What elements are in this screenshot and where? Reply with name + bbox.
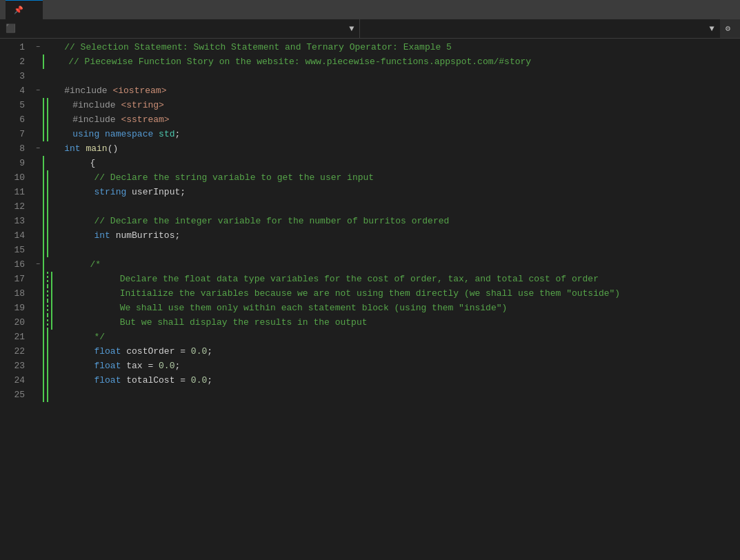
code-line: − #include <iostream> xyxy=(33,83,740,98)
code-token: string xyxy=(94,187,126,197)
code-line xyxy=(33,199,740,214)
code-token xyxy=(99,129,105,139)
code-line: − // Selection Statement: Switch Stateme… xyxy=(33,40,740,54)
line-number: 16 xyxy=(0,257,25,272)
code-token: Declare the float data type variables fo… xyxy=(120,274,599,284)
code-line: But we shall display the results in the … xyxy=(33,315,740,330)
code-token: // Declare the integer variable for the … xyxy=(94,216,449,226)
code-token: 0.0 xyxy=(191,346,207,357)
code-token: float xyxy=(94,375,121,386)
code-token xyxy=(153,129,159,139)
line-number: 20 xyxy=(0,315,25,330)
code-line: float tax = 0.0; xyxy=(33,359,740,373)
code-line: */ xyxy=(33,330,740,344)
line-number: 10 xyxy=(0,170,25,185)
code-token: 0.0 xyxy=(191,375,207,386)
code-line: We shall use them only within each state… xyxy=(33,301,740,315)
line-number: 9 xyxy=(0,156,25,170)
code-token: int xyxy=(94,230,110,241)
code-token: <sstream> xyxy=(121,114,169,125)
line-number: 4 xyxy=(0,83,25,98)
scope-nav[interactable]: ▼ xyxy=(360,19,719,38)
code-token: userInput; xyxy=(126,187,186,197)
tab-pin-icon: 📌 xyxy=(14,6,23,14)
code-token: costOrder = xyxy=(121,346,190,357)
code-line: string userInput; xyxy=(33,185,740,199)
code-token: tax = xyxy=(121,361,159,371)
code-token: // Selection Statement: Switch Statement… xyxy=(64,42,452,52)
code-line: Declare the float data type variables fo… xyxy=(33,272,740,286)
code-line: // Declare the string variable to get th… xyxy=(33,170,740,185)
line-number: 11 xyxy=(0,185,25,199)
code-token: 0.0 xyxy=(159,361,174,371)
code-line xyxy=(33,243,740,257)
code-token: <iostream> xyxy=(112,86,166,96)
editor-tab[interactable]: 📌 xyxy=(6,0,43,19)
code-line: Initialize the variables because we are … xyxy=(33,286,740,301)
collapse-button[interactable]: − xyxy=(33,43,43,52)
code-token: totalCost = xyxy=(121,375,190,386)
code-token: Initialize the variables because we are … xyxy=(120,288,621,299)
line-number: 18 xyxy=(0,286,25,301)
code-line: using namespace std; xyxy=(33,127,740,141)
code-token: int xyxy=(64,143,80,154)
nav-right-icons: ⚙ xyxy=(720,23,740,34)
title-bar: 📌 xyxy=(0,0,740,19)
code-token: () xyxy=(108,143,119,154)
code-line: int numBurritos; xyxy=(33,228,740,243)
code-token: float xyxy=(94,361,121,371)
file-nav-dropdown[interactable]: ▼ xyxy=(349,24,354,34)
code-token: { xyxy=(68,158,95,168)
line-numbers: 1234567891011121314151617181920212223242… xyxy=(0,39,33,560)
line-number: 13 xyxy=(0,214,25,228)
code-token: ; xyxy=(207,346,212,357)
scope-nav-dropdown[interactable]: ▼ xyxy=(710,24,714,34)
line-number: 7 xyxy=(0,127,25,141)
code-line: // Piecewise Function Story on the websi… xyxy=(33,54,740,69)
line-number: 3 xyxy=(0,69,25,83)
code-token: #include xyxy=(64,86,112,96)
code-token: numBurritos; xyxy=(110,230,180,241)
code-token: float xyxy=(94,346,121,357)
code-token: /* xyxy=(90,259,101,270)
line-number: 14 xyxy=(0,228,25,243)
line-number: 1 xyxy=(0,40,25,54)
line-number: 23 xyxy=(0,359,25,373)
line-number: 8 xyxy=(0,141,25,156)
code-line xyxy=(33,388,740,402)
code-token: But we shall display the results in the … xyxy=(120,317,368,328)
line-number: 15 xyxy=(0,243,25,257)
code-token: // Piecewise Function Story on the websi… xyxy=(68,57,531,67)
collapse-button[interactable]: − xyxy=(33,86,43,96)
code-token: main xyxy=(86,143,107,154)
code-line: − int main() xyxy=(33,141,740,156)
line-number: 21 xyxy=(0,330,25,344)
code-token: ; xyxy=(207,375,212,386)
code-token: ; xyxy=(174,129,180,139)
line-number: 5 xyxy=(0,98,25,112)
code-token: <string> xyxy=(121,100,163,110)
line-number: 2 xyxy=(0,54,25,69)
code-token: #include xyxy=(72,114,121,125)
code-token: // Declare the string variable to get th… xyxy=(94,172,374,183)
code-token: */ xyxy=(94,332,105,342)
code-line: #include <sstream> xyxy=(33,112,740,127)
code-token: ; xyxy=(174,361,180,371)
file-nav[interactable]: ⬛ ▼ xyxy=(0,19,360,38)
line-number: 22 xyxy=(0,344,25,359)
code-line: float costOrder = 0.0; xyxy=(33,344,740,359)
line-number: 24 xyxy=(0,373,25,388)
code-token: We shall use them only within each state… xyxy=(120,303,508,313)
code-line: // Declare the integer variable for the … xyxy=(33,214,740,228)
code-line xyxy=(33,69,740,83)
settings-icon[interactable]: ⚙ xyxy=(726,23,730,34)
editor: 1234567891011121314151617181920212223242… xyxy=(0,39,740,560)
code-content[interactable]: − // Selection Statement: Switch Stateme… xyxy=(33,39,740,560)
line-number: 12 xyxy=(0,199,25,214)
collapse-button[interactable]: − xyxy=(33,260,43,270)
line-number: 17 xyxy=(0,272,25,286)
code-token: using xyxy=(72,129,99,139)
code-token: std xyxy=(159,129,174,139)
code-token xyxy=(81,143,86,154)
collapse-button[interactable]: − xyxy=(33,144,43,154)
